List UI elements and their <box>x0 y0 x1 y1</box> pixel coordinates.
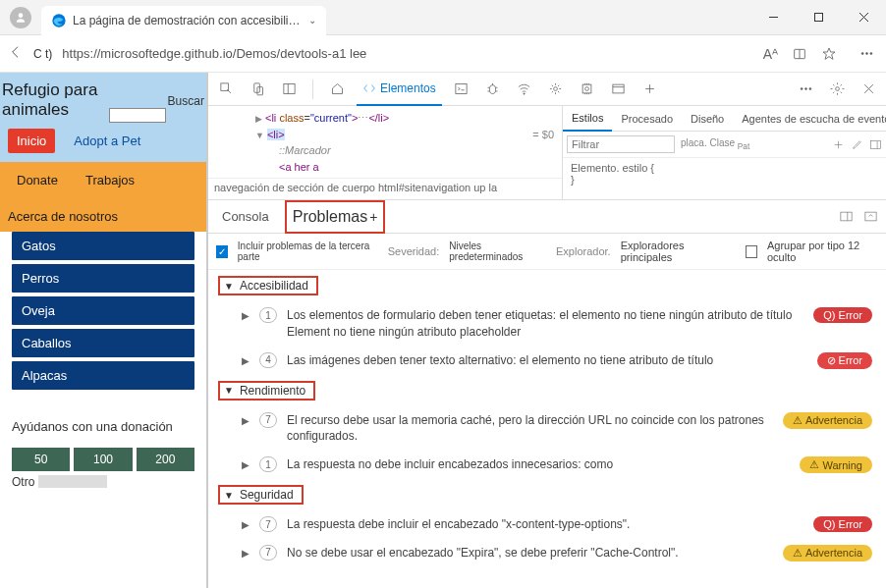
donate-prompt: Ayúdanos con una donación <box>0 407 206 448</box>
app-icon[interactable] <box>607 81 631 96</box>
styles-tab-diseno[interactable]: Diseño <box>682 106 733 132</box>
reader-icon[interactable] <box>792 46 807 62</box>
issue-category[interactable]: ▼ Seguridad <box>208 479 886 510</box>
devtools-more-icon[interactable] <box>794 81 817 96</box>
issue-row[interactable]: ▶7El recurso debe usar la memoria caché,… <box>208 406 886 452</box>
network-icon[interactable] <box>513 81 536 96</box>
amount-200[interactable]: 200 <box>137 448 194 471</box>
species-oveja[interactable]: Oveja <box>12 296 194 325</box>
edge-icon <box>51 13 67 28</box>
browser-tab[interactable]: La página de demostración con accesibili… <box>41 6 326 35</box>
include-3p-label: Incluir problemas de la tercera parte <box>238 241 378 262</box>
group-label: Agrupar por tipo 12 oculto <box>767 240 878 263</box>
styles-tab-procesado[interactable]: Procesado <box>612 106 682 132</box>
plus-icon[interactable] <box>832 138 845 151</box>
svg-point-9 <box>869 53 871 55</box>
issue-category[interactable]: ▼ Accesibilidad <box>208 270 886 301</box>
tab-title: La página de demostración con accesibili… <box>73 14 303 27</box>
svg-point-27 <box>808 88 810 90</box>
devtools-panel: Elementos ▶<li class="current">⋯</li> ▼<… <box>206 73 886 588</box>
memory-icon[interactable] <box>576 81 599 96</box>
element-style-text: Elemento. estilo { <box>571 162 878 174</box>
back-button[interactable] <box>8 44 24 63</box>
styles-filter-input[interactable] <box>567 135 675 153</box>
species-perros[interactable]: Perros <box>12 264 194 293</box>
svg-point-20 <box>585 87 589 91</box>
species-list: Gatos Perros Oveja Caballos Alpacas <box>0 218 206 407</box>
window-titlebar: La página de demostración con accesibili… <box>0 0 886 35</box>
svg-point-25 <box>801 88 803 90</box>
search-label: Buscar <box>168 94 204 108</box>
nav-trabajos[interactable]: Trabajos <box>77 168 143 192</box>
device-icon[interactable] <box>246 81 269 96</box>
svg-point-7 <box>861 53 863 55</box>
devtools-close-icon[interactable] <box>857 81 880 96</box>
dom-tree[interactable]: ▶<li class="current">⋯</li> ▼<li>= $0 ::… <box>208 106 562 178</box>
drawer-tab-problemas[interactable]: Problemas+ <box>285 200 386 234</box>
styles-pane: Estilos Procesado Diseño Agentes de escu… <box>562 106 886 199</box>
issue-row[interactable]: ▶7La respuesta debe incluir el encabezad… <box>208 510 886 539</box>
tab-dropdown-icon[interactable]: ⌄ <box>308 15 316 26</box>
other-label: Otro <box>12 475 34 489</box>
nav-donate[interactable]: Donate <box>8 168 67 192</box>
svg-point-17 <box>524 93 525 94</box>
more-icon[interactable] <box>859 46 874 61</box>
breadcrumb[interactable]: navegación de sección de cuerpo html#sit… <box>208 178 562 199</box>
address-bar: C t) https://microsoftedge.github.io/Dem… <box>0 35 886 73</box>
issue-category[interactable]: ▼ Rendimiento <box>208 375 886 406</box>
drawer-tab-consola[interactable]: Consola <box>216 200 275 234</box>
issue-row[interactable]: ▶1La respuesta no debe incluir encabezad… <box>208 451 886 479</box>
severity-dropdown[interactable]: Niveles predeterminados <box>449 241 546 262</box>
svg-rect-2 <box>814 14 822 22</box>
browser-dropdown[interactable]: Exploradores principales <box>621 240 727 263</box>
svg-rect-33 <box>871 140 881 148</box>
amount-100[interactable]: 100 <box>74 448 132 471</box>
perf-icon[interactable] <box>544 81 568 96</box>
nav-inicio[interactable]: Inicio <box>8 129 55 153</box>
drawer-expand-icon[interactable] <box>863 209 878 224</box>
maximize-button[interactable] <box>796 0 841 35</box>
rendered-page: Refugio para animales Buscar Inicio Adop… <box>0 73 206 588</box>
tab-elementos[interactable]: Elementos <box>357 73 442 106</box>
amount-50[interactable]: 50 <box>12 448 70 471</box>
styles-tab-estilos[interactable]: Estilos <box>563 106 612 132</box>
issue-row[interactable]: ▶7No se debe usar el encabezado "Expira"… <box>208 539 886 567</box>
profile-avatar[interactable] <box>10 7 31 28</box>
read-aloud-icon[interactable]: Aᴬ <box>763 46 778 62</box>
favorite-icon[interactable] <box>821 46 837 62</box>
devtools-tabbar: Elementos <box>208 73 886 106</box>
species-alpacas[interactable]: Alpacas <box>12 361 194 390</box>
search-input[interactable] <box>109 108 166 123</box>
drawer-tabbar: Consola Problemas+ <box>208 200 886 234</box>
issue-row[interactable]: ▶1Los elementos de formulario deben tene… <box>208 301 886 347</box>
svg-point-28 <box>835 87 839 91</box>
svg-rect-37 <box>865 212 876 221</box>
styles-tab-agentes[interactable]: Agentes de escucha de eventos <box>733 106 886 132</box>
species-caballos[interactable]: Caballos <box>12 329 194 357</box>
devtools-settings-icon[interactable] <box>825 81 849 96</box>
issue-row[interactable]: ▶4Las imágenes deben tener texto alterna… <box>208 347 886 375</box>
issues-list: ▼ Accesibilidad▶1Los elementos de formul… <box>208 270 886 588</box>
group-checkbox[interactable] <box>746 245 757 258</box>
close-button[interactable] <box>841 0 886 35</box>
console-tab-icon[interactable] <box>450 81 473 96</box>
drawer-panel-icon[interactable] <box>839 209 854 224</box>
svg-point-18 <box>554 87 558 91</box>
other-input[interactable] <box>38 475 107 488</box>
panel-icon[interactable] <box>277 81 301 96</box>
page-title: Refugio para animales <box>0 80 109 119</box>
plus-tab-icon[interactable] <box>638 81 662 96</box>
url-text[interactable]: https://microsoftedge.github.io/Demos/de… <box>62 46 752 61</box>
brush-icon[interactable] <box>851 138 863 151</box>
panel-right-icon[interactable] <box>869 138 882 151</box>
minimize-button[interactable] <box>750 0 796 35</box>
welcome-icon[interactable] <box>325 81 349 96</box>
svg-point-8 <box>865 53 867 55</box>
include-3p-checkbox[interactable]: ✓ <box>216 245 228 258</box>
bug-icon[interactable] <box>481 81 505 96</box>
issues-toolbar: ✓ Incluir problemas de la tercera parte … <box>208 234 886 270</box>
species-gatos[interactable]: Gatos <box>12 232 194 260</box>
nav-adopt[interactable]: Adopt a Pet <box>65 129 149 153</box>
inspect-icon[interactable] <box>214 81 238 96</box>
svg-rect-15 <box>456 84 467 94</box>
